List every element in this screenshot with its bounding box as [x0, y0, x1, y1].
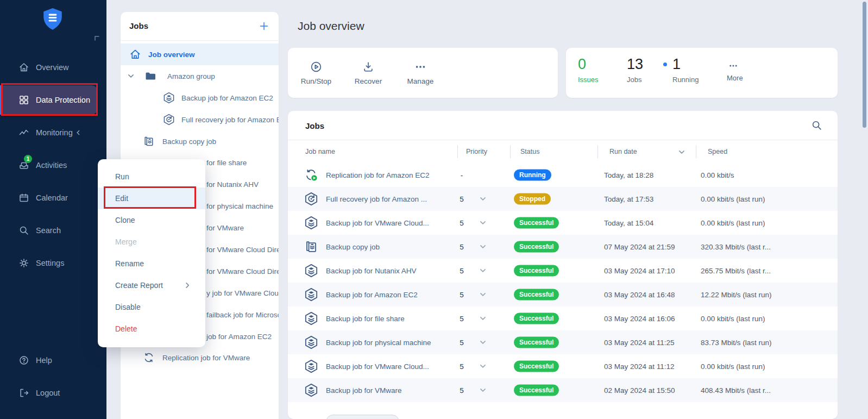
running-dot-icon — [663, 62, 667, 66]
menu-item-edit[interactable]: Edit — [98, 187, 205, 209]
chevron-left-icon[interactable] — [75, 129, 81, 136]
sidebar-item-logout[interactable]: Logout — [0, 377, 106, 409]
run-date: Today, at 18:28 — [604, 171, 653, 179]
run-date: 03 May 2024 at 16:06 — [604, 315, 675, 323]
add-job-button[interactable] — [256, 18, 272, 34]
table-row-full-recovery-job-for-amazon[interactable]: Full recovery job for Amazon ... 5 Stopp… — [288, 187, 838, 211]
priority-dropdown-icon[interactable] — [479, 291, 487, 298]
home-icon — [129, 48, 141, 60]
table-row-backup-job-for-nutanix-ahv[interactable]: Backup job for Nutanix AHV 5 Successful … — [288, 259, 838, 283]
sidebar-item-settings[interactable]: Settings — [0, 247, 106, 279]
sidebar: Overview Data Protection Monitoring 1 Ac… — [0, 0, 106, 419]
table-row-backup-job-for-vmware-cloud[interactable]: Backup job for VMware Cloud... 5 Success… — [288, 354, 838, 378]
actions-card: Run/Stop Recover Manage — [288, 48, 558, 98]
menu-item-merge[interactable]: Merge — [98, 231, 205, 253]
priority-dropdown-icon[interactable] — [479, 315, 487, 322]
priority-dropdown-icon[interactable] — [479, 195, 487, 203]
priority-dropdown-icon[interactable] — [479, 219, 487, 227]
search-icon[interactable] — [811, 120, 822, 131]
sidebar-item-label: Data Protection — [36, 96, 90, 104]
action-button-recover[interactable]: Recover — [349, 61, 388, 85]
action-button-manage[interactable]: Manage — [401, 61, 440, 85]
priority-dropdown-icon[interactable] — [479, 243, 487, 251]
menu-item-create-report[interactable]: Create Report — [98, 274, 205, 296]
priority-dropdown-icon[interactable] — [479, 386, 487, 394]
speed-value: 0.00 kbit/s (last run) — [701, 362, 765, 371]
tree-item-job-overview[interactable]: Job overview — [121, 43, 279, 65]
job-name: Backup copy job — [326, 243, 380, 251]
backup-icon — [304, 287, 318, 302]
collapse-sidebar-icon[interactable] — [93, 35, 100, 41]
copy-icon — [143, 135, 155, 147]
priority-dropdown-icon[interactable] — [479, 362, 487, 370]
home-icon — [18, 62, 29, 73]
stat-issues[interactable]: 0 Issues — [578, 55, 599, 84]
column-header-priority[interactable]: Priority — [466, 148, 487, 155]
tree-item-label: for VMware Cloud Direc — [206, 267, 279, 275]
column-header-run-date[interactable]: Run date — [609, 148, 637, 155]
activities-badge: 1 — [24, 155, 32, 163]
app-logo — [42, 8, 63, 32]
priority-dropdown-icon[interactable] — [479, 267, 487, 274]
tree-item-full-recovery-job-for-amazon-e[interactable]: Full recovery job for Amazon E — [121, 109, 279, 130]
priority-value: 5 — [451, 219, 473, 227]
speed-value: 83.73 Mbit/s (last run) — [701, 339, 772, 347]
table-row-backup-job-for-file-share[interactable]: Backup job for file share 5 Successful 0… — [288, 307, 838, 330]
app-root: Overview Data Protection Monitoring 1 Ac… — [0, 0, 868, 419]
menu-item-clone[interactable]: Clone — [98, 209, 205, 231]
chevron-down-icon[interactable] — [127, 72, 135, 80]
tree-item-label: for physical machine — [206, 202, 273, 210]
sidebar-item-calendar[interactable]: Calendar — [0, 182, 106, 214]
menu-item-delete[interactable]: Delete — [98, 318, 205, 340]
menu-item-disable[interactable]: Disable — [98, 296, 205, 318]
stat-more[interactable]: More — [727, 61, 743, 82]
table-row-replication-job-for-amazon-ec2[interactable]: Replication job for Amazon EC2 - Running… — [288, 163, 838, 187]
status-badge: Successful — [514, 361, 559, 372]
table-row-backup-job-for-vmware[interactable]: Backup job for VMware 5 Successful 02 Ma… — [288, 378, 838, 402]
table-row-backup-copy-job[interactable]: Backup copy job 5 Successful 07 May 2024… — [288, 235, 838, 259]
sort-descending-icon[interactable] — [678, 148, 685, 156]
download-icon — [362, 61, 374, 73]
run-date: 03 May 2024 at 17:10 — [604, 267, 675, 275]
tree-item-backup-copy-job[interactable]: Backup copy job — [121, 130, 279, 152]
chevron-right-icon — [184, 282, 191, 289]
stat-jobs[interactable]: 13 Jobs — [627, 55, 643, 84]
table-row-backup-job-for-amazon-ec2[interactable]: Backup job for Amazon EC2 5 Successful 0… — [288, 283, 838, 307]
jobs-panel-header: Jobs — [121, 12, 279, 41]
load-more-button[interactable] — [326, 415, 399, 419]
tree-item-replication-job-for-vmware[interactable]: Replication job for VMware — [121, 347, 279, 368]
sidebar-item-help[interactable]: Help — [0, 344, 106, 377]
sidebar-item-data-protection[interactable]: Data Protection — [0, 85, 97, 115]
menu-item-label: Disable — [115, 303, 141, 311]
status-badge: Successful — [514, 217, 559, 229]
priority-value: 5 — [451, 315, 473, 323]
job-name: Backup job for VMware — [326, 386, 402, 395]
column-header-speed[interactable]: Speed — [708, 148, 727, 155]
menu-item-rename[interactable]: Rename — [98, 253, 205, 274]
table-row-backup-job-for-physical-machine[interactable]: Backup job for physical machine 5 Succes… — [288, 330, 838, 354]
priority-dropdown-icon[interactable] — [479, 339, 487, 346]
sidebar-nav: Overview Data Protection Monitoring 1 Ac… — [0, 51, 106, 279]
action-button-label: Recover — [355, 77, 382, 85]
tree-item-amazon-group[interactable]: Amazon group — [121, 65, 279, 87]
priority-value: 5 — [451, 291, 473, 299]
tree-item-label: Job overview — [148, 50, 195, 58]
table-row-backup-job-for-vmware-cloud[interactable]: Backup job for VMware Cloud... 5 Success… — [288, 211, 838, 235]
job-name: Backup job for VMware Cloud... — [326, 219, 429, 227]
sidebar-item-search[interactable]: Search — [0, 214, 106, 247]
column-header-job-name[interactable]: Job name — [305, 148, 335, 155]
sidebar-item-monitoring[interactable]: Monitoring — [0, 116, 106, 149]
scrollbar[interactable] — [863, 2, 866, 128]
backup-icon — [304, 216, 318, 230]
job-name: Backup job for physical machine — [326, 339, 431, 347]
sidebar-item-activities[interactable]: 1 Activities — [0, 149, 106, 182]
recovery-icon — [304, 192, 318, 206]
tree-item-backup-job-for-amazon-ec2[interactable]: Backup job for Amazon EC2 — [121, 87, 279, 109]
action-button-run-stop[interactable]: Run/Stop — [297, 61, 336, 85]
stat-running[interactable]: 1 Running — [672, 55, 699, 84]
sidebar-item-overview[interactable]: Overview — [0, 51, 106, 84]
menu-item-run[interactable]: Run — [98, 166, 205, 187]
speed-value: 0.00 kbit/s (last run) — [701, 315, 765, 323]
menu-item-label: Edit — [115, 194, 128, 203]
column-header-status[interactable]: Status — [520, 148, 539, 155]
